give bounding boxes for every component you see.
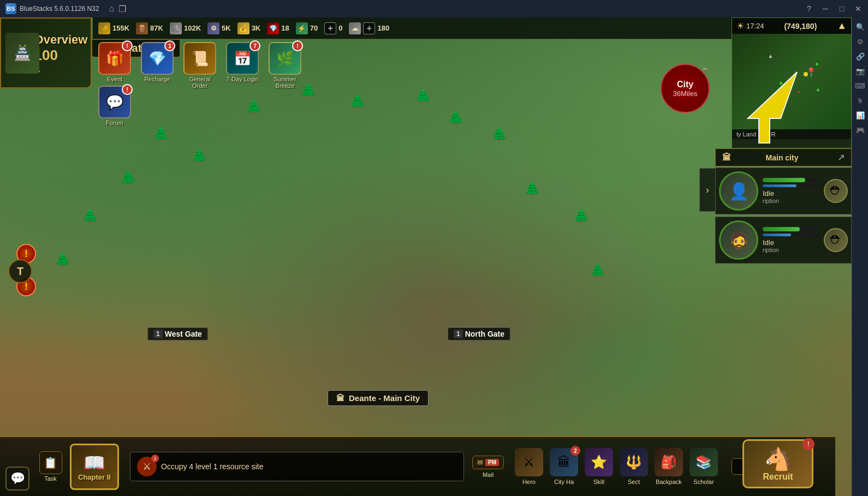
overview-expand-icon[interactable]: ▲ bbox=[34, 65, 88, 74]
summer-breeze-badge: ! bbox=[292, 40, 303, 51]
resource-wood: 🪵 87K bbox=[136, 22, 163, 34]
gems-value: 18 bbox=[281, 24, 289, 32]
event-label: Event bbox=[107, 76, 122, 82]
forum-badge: ! bbox=[122, 84, 133, 95]
recharge-button[interactable]: 💎 1 Recharge bbox=[138, 42, 176, 89]
help-button[interactable]: ? bbox=[801, 1, 817, 16]
chat-button[interactable]: 💬 bbox=[5, 467, 29, 491]
troop-value: 0 bbox=[338, 24, 342, 32]
restore-button[interactable]: □ bbox=[834, 1, 849, 16]
minimap-dot-enemy bbox=[798, 91, 800, 93]
general-order-label: General Order bbox=[181, 76, 219, 89]
city-hall-badge: 2 bbox=[570, 446, 580, 456]
general-avatar-2: 🧔 bbox=[719, 220, 758, 260]
north-gate-level: 1 bbox=[454, 330, 463, 338]
toolbar-btn-5[interactable]: ⌨ bbox=[854, 79, 867, 92]
home-icon[interactable]: ⌂ bbox=[109, 4, 114, 14]
toolbar-btn-2[interactable]: ⚙ bbox=[854, 35, 867, 48]
pm-button[interactable]: ✉ PM bbox=[472, 456, 504, 469]
seven-day-login-button[interactable]: 📅 7 7-Day Login bbox=[223, 42, 261, 89]
backpack-icon: 🎒 bbox=[655, 448, 683, 476]
deante-label[interactable]: 🏛 Deante - Main City bbox=[328, 390, 429, 406]
skill-label: Skill bbox=[593, 479, 604, 485]
chapter-label: Chapter II bbox=[78, 473, 111, 481]
resource-troop: + 0 bbox=[324, 22, 342, 34]
hero-button[interactable]: ⚔ Hero bbox=[515, 448, 543, 485]
north-gate-label: 1 North Gate bbox=[448, 327, 510, 340]
copy-icon[interactable]: ❐ bbox=[118, 4, 126, 14]
forum-button[interactable]: 💬 ! Forum bbox=[96, 86, 134, 126]
skill-button[interactable]: ⭐ Skill bbox=[585, 448, 613, 485]
scholar-icon: 📚 bbox=[689, 448, 718, 476]
time-display: 17:24 bbox=[746, 22, 764, 30]
minimap-header: ☀ 17:24 (749,180) ▲ bbox=[732, 18, 851, 34]
general-expand-btn-1[interactable]: › bbox=[699, 168, 716, 212]
general-hp-bar-1 bbox=[763, 178, 819, 182]
toolbar-btn-1[interactable]: 🔍 bbox=[854, 20, 867, 33]
sect-button[interactable]: 🔱 Sect bbox=[620, 448, 648, 485]
stamina-add-icon[interactable]: + bbox=[363, 22, 375, 34]
chapter-button[interactable]: 📖 Chapter II bbox=[70, 444, 119, 490]
bottom-action-buttons: ⚔ Hero 🏛 2 City Ha ⭐ Skill 🔱 bbox=[507, 448, 726, 485]
minimap-canvas[interactable]: ▲ ▲ 📍 bbox=[732, 34, 851, 129]
general-hp-bar-2b bbox=[763, 234, 819, 236]
west-gate-level: 1 bbox=[153, 330, 163, 338]
general-card-1[interactable]: › 👤 Idle ription ⛑ bbox=[715, 168, 852, 214]
toolbar-btn-4[interactable]: 📷 bbox=[854, 64, 867, 77]
hero-icon: ⚔ bbox=[515, 448, 543, 476]
troop-add-icon[interactable]: + bbox=[324, 22, 336, 34]
general-hp-bar-1b bbox=[763, 184, 819, 187]
minimap[interactable]: ☀ 17:24 (749,180) ▲ ▲ ▲ 📍 ty Land 1/55 R bbox=[732, 17, 852, 148]
general-order-button[interactable]: 📜 General Order bbox=[181, 42, 219, 89]
scholar-button[interactable]: 📚 Scholar bbox=[689, 448, 718, 485]
minimap-arrow-icon[interactable]: ▲ bbox=[837, 20, 847, 32]
t-button[interactable]: T bbox=[8, 259, 32, 283]
resource-food: 🌾 155K bbox=[98, 22, 129, 34]
app-logo: BS BlueStacks 5.6.0.1126 N32 bbox=[0, 3, 104, 14]
task-notification: 1 bbox=[151, 455, 159, 462]
general-status-2: Idle bbox=[763, 238, 819, 247]
event-badge: ! bbox=[122, 40, 133, 51]
general-helmet-2[interactable]: ⛑ bbox=[824, 228, 848, 252]
general-helmet-1[interactable]: ⛑ bbox=[824, 179, 848, 203]
speed-value: 70 bbox=[310, 24, 318, 32]
general-description-2: ription bbox=[763, 247, 819, 253]
toolbar-btn-8[interactable]: 🎮 bbox=[854, 123, 867, 136]
task-description-text: Occupy 4 level 1 resource site bbox=[161, 462, 264, 471]
chat-icon-symbol: 💬 bbox=[10, 471, 25, 486]
general-card-2[interactable]: 🧔 Idle ription ⛑ bbox=[715, 217, 852, 264]
minimap-triangle-1: ▲ bbox=[768, 53, 773, 59]
task-button[interactable]: 📋 Task bbox=[35, 451, 66, 482]
main-city-expand-icon[interactable]: ↗ bbox=[837, 152, 845, 163]
game-viewport: 🌲 🌲 🌲 🌲 🌲 🌲 🌲 🌲 🌲 🌲 🌲 🌲 🌲 🌲 🌾 155K 🪵 87K… bbox=[0, 17, 852, 496]
city-hall-button[interactable]: 🏛 2 City Ha bbox=[550, 448, 578, 485]
minimap-dot-2 bbox=[816, 63, 818, 65]
close-button[interactable]: ✕ bbox=[851, 1, 866, 16]
recruit-button[interactable]: 🐴 Recruit ! bbox=[742, 439, 813, 488]
bottom-bar: 💬 📋 Task 📖 Chapter II ⚔ 1 Occupy 4 level… bbox=[0, 436, 835, 496]
bluestacks-logo-icon: BS bbox=[5, 3, 16, 14]
minimize-button[interactable]: ─ bbox=[818, 1, 833, 16]
overview-level: 100 bbox=[34, 47, 88, 64]
minimap-land-info: ty Land 1/55 R bbox=[732, 129, 851, 139]
event-button[interactable]: 🎁 ! Event bbox=[96, 42, 134, 89]
backpack-button[interactable]: 🎒 Backpack bbox=[655, 448, 683, 485]
stone-icon: 🪨 bbox=[170, 22, 182, 34]
task-label: Task bbox=[44, 475, 57, 482]
city-edit-icon: ✏ bbox=[703, 66, 708, 72]
toolbar-btn-6[interactable]: 🖱 bbox=[854, 94, 867, 107]
city-indicator[interactable]: ✏ City 36Miles bbox=[661, 64, 710, 113]
gold-value: 3K bbox=[252, 24, 261, 32]
summer-breeze-button[interactable]: 🌿 ! Summer Breeze bbox=[266, 42, 304, 89]
backpack-icon-wrap: 🎒 bbox=[655, 448, 683, 476]
toolbar-btn-7[interactable]: 📊 bbox=[854, 109, 867, 122]
forum-label: Forum bbox=[106, 119, 123, 126]
general-description-1: ription bbox=[763, 198, 819, 204]
main-city-bar[interactable]: 🏛 Main city ↗ bbox=[715, 148, 852, 166]
event-icons-row: 🎁 ! Event 💎 1 Recharge 📜 General Order 📅… bbox=[96, 42, 304, 89]
toolbar-btn-3[interactable]: 🔗 bbox=[854, 50, 867, 63]
overview-panel[interactable]: 🏯 Overview 100 ▲ bbox=[0, 17, 92, 88]
wood-icon: 🪵 bbox=[136, 22, 148, 34]
minimap-dot-1 bbox=[780, 82, 782, 85]
recruit-icon: 🐴 bbox=[764, 446, 792, 472]
